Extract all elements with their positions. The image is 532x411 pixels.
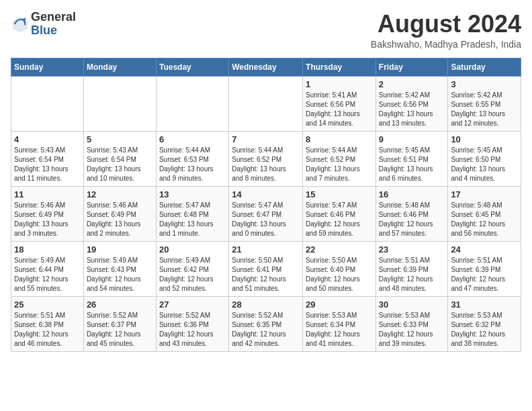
day-detail: Sunrise: 5:52 AM Sunset: 6:35 PM Dayligh… bbox=[232, 311, 300, 349]
day-number: 9 bbox=[379, 134, 445, 144]
calendar-cell: 28Sunrise: 5:52 AM Sunset: 6:35 PM Dayli… bbox=[229, 296, 303, 351]
day-number: 4 bbox=[14, 134, 81, 144]
calendar-cell: 19Sunrise: 5:49 AM Sunset: 6:43 PM Dayli… bbox=[83, 241, 156, 296]
header-saturday: Saturday bbox=[448, 58, 521, 76]
header-tuesday: Tuesday bbox=[156, 58, 228, 76]
day-number: 10 bbox=[451, 134, 518, 144]
day-detail: Sunrise: 5:44 AM Sunset: 6:53 PM Dayligh… bbox=[159, 146, 226, 183]
calendar-cell: 8Sunrise: 5:44 AM Sunset: 6:52 PM Daylig… bbox=[303, 131, 376, 186]
calendar-header-row: SundayMondayTuesdayWednesdayThursdayFrid… bbox=[11, 58, 521, 76]
header-sunday: Sunday bbox=[11, 58, 84, 76]
page-header: General Blue August 2024 Bakshwaho, Madh… bbox=[11, 11, 521, 50]
day-detail: Sunrise: 5:46 AM Sunset: 6:49 PM Dayligh… bbox=[87, 201, 153, 238]
header-monday: Monday bbox=[83, 58, 156, 76]
day-detail: Sunrise: 5:43 AM Sunset: 6:54 PM Dayligh… bbox=[14, 146, 81, 183]
day-detail: Sunrise: 5:52 AM Sunset: 6:36 PM Dayligh… bbox=[159, 311, 226, 349]
calendar-cell: 3Sunrise: 5:42 AM Sunset: 6:55 PM Daylig… bbox=[448, 76, 521, 131]
day-number: 27 bbox=[159, 300, 226, 310]
calendar-cell: 11Sunrise: 5:46 AM Sunset: 6:49 PM Dayli… bbox=[11, 186, 84, 241]
day-number: 7 bbox=[232, 134, 300, 144]
calendar-cell bbox=[83, 76, 156, 131]
calendar-cell bbox=[229, 76, 303, 131]
day-number: 22 bbox=[306, 244, 373, 255]
day-number: 25 bbox=[14, 300, 81, 310]
calendar-week-2: 4Sunrise: 5:43 AM Sunset: 6:54 PM Daylig… bbox=[11, 131, 521, 186]
calendar-cell: 12Sunrise: 5:46 AM Sunset: 6:49 PM Dayli… bbox=[83, 186, 156, 241]
day-detail: Sunrise: 5:47 AM Sunset: 6:48 PM Dayligh… bbox=[159, 201, 226, 238]
calendar-cell: 22Sunrise: 5:50 AM Sunset: 6:40 PM Dayli… bbox=[303, 241, 376, 296]
day-number: 28 bbox=[232, 300, 300, 310]
calendar-cell: 9Sunrise: 5:45 AM Sunset: 6:51 PM Daylig… bbox=[375, 131, 448, 186]
calendar-week-5: 25Sunrise: 5:51 AM Sunset: 6:38 PM Dayli… bbox=[11, 296, 521, 351]
calendar-cell: 1Sunrise: 5:41 AM Sunset: 6:56 PM Daylig… bbox=[303, 76, 376, 131]
calendar-cell: 21Sunrise: 5:50 AM Sunset: 6:41 PM Dayli… bbox=[229, 241, 303, 296]
calendar-cell: 25Sunrise: 5:51 AM Sunset: 6:38 PM Dayli… bbox=[11, 296, 84, 351]
day-number: 13 bbox=[159, 189, 226, 199]
day-detail: Sunrise: 5:53 AM Sunset: 6:32 PM Dayligh… bbox=[451, 311, 518, 349]
calendar-cell: 30Sunrise: 5:53 AM Sunset: 6:33 PM Dayli… bbox=[375, 296, 448, 351]
calendar-cell: 31Sunrise: 5:53 AM Sunset: 6:32 PM Dayli… bbox=[448, 296, 521, 351]
day-number: 1 bbox=[306, 79, 373, 89]
title-block: August 2024 Bakshwaho, Madhya Pradesh, I… bbox=[371, 11, 521, 50]
subtitle: Bakshwaho, Madhya Pradesh, India bbox=[371, 39, 521, 50]
day-detail: Sunrise: 5:48 AM Sunset: 6:46 PM Dayligh… bbox=[379, 201, 445, 238]
day-detail: Sunrise: 5:47 AM Sunset: 6:47 PM Dayligh… bbox=[232, 201, 300, 238]
calendar-cell: 2Sunrise: 5:42 AM Sunset: 6:56 PM Daylig… bbox=[375, 76, 448, 131]
calendar-cell bbox=[156, 76, 228, 131]
day-number: 6 bbox=[159, 134, 226, 144]
day-number: 14 bbox=[232, 189, 300, 199]
logo-general: General bbox=[31, 11, 76, 24]
day-number: 12 bbox=[87, 189, 153, 199]
calendar-cell: 13Sunrise: 5:47 AM Sunset: 6:48 PM Dayli… bbox=[156, 186, 228, 241]
day-number: 20 bbox=[159, 244, 226, 255]
day-number: 5 bbox=[87, 134, 153, 144]
day-detail: Sunrise: 5:51 AM Sunset: 6:39 PM Dayligh… bbox=[379, 256, 445, 293]
calendar-cell: 17Sunrise: 5:48 AM Sunset: 6:45 PM Dayli… bbox=[448, 186, 521, 241]
day-detail: Sunrise: 5:42 AM Sunset: 6:56 PM Dayligh… bbox=[379, 91, 445, 128]
day-detail: Sunrise: 5:48 AM Sunset: 6:45 PM Dayligh… bbox=[451, 201, 518, 238]
day-number: 11 bbox=[14, 189, 81, 199]
logo-icon bbox=[11, 15, 30, 34]
day-detail: Sunrise: 5:49 AM Sunset: 6:44 PM Dayligh… bbox=[14, 256, 81, 293]
day-detail: Sunrise: 5:51 AM Sunset: 6:38 PM Dayligh… bbox=[14, 311, 81, 349]
calendar-cell: 6Sunrise: 5:44 AM Sunset: 6:53 PM Daylig… bbox=[156, 131, 228, 186]
day-detail: Sunrise: 5:44 AM Sunset: 6:52 PM Dayligh… bbox=[306, 146, 373, 183]
calendar-week-4: 18Sunrise: 5:49 AM Sunset: 6:44 PM Dayli… bbox=[11, 241, 521, 296]
calendar-cell: 26Sunrise: 5:52 AM Sunset: 6:37 PM Dayli… bbox=[83, 296, 156, 351]
calendar-cell: 24Sunrise: 5:51 AM Sunset: 6:39 PM Dayli… bbox=[448, 241, 521, 296]
day-detail: Sunrise: 5:53 AM Sunset: 6:34 PM Dayligh… bbox=[306, 311, 373, 349]
day-number: 2 bbox=[379, 79, 445, 89]
calendar-cell: 27Sunrise: 5:52 AM Sunset: 6:36 PM Dayli… bbox=[156, 296, 228, 351]
day-detail: Sunrise: 5:45 AM Sunset: 6:51 PM Dayligh… bbox=[379, 146, 445, 183]
day-detail: Sunrise: 5:49 AM Sunset: 6:43 PM Dayligh… bbox=[87, 256, 153, 293]
day-number: 15 bbox=[306, 189, 373, 199]
day-number: 16 bbox=[379, 189, 445, 199]
day-detail: Sunrise: 5:46 AM Sunset: 6:49 PM Dayligh… bbox=[14, 201, 81, 238]
header-wednesday: Wednesday bbox=[229, 58, 303, 76]
calendar-cell: 20Sunrise: 5:49 AM Sunset: 6:42 PM Dayli… bbox=[156, 241, 228, 296]
day-detail: Sunrise: 5:50 AM Sunset: 6:40 PM Dayligh… bbox=[306, 256, 373, 293]
calendar-week-3: 11Sunrise: 5:46 AM Sunset: 6:49 PM Dayli… bbox=[11, 186, 521, 241]
header-thursday: Thursday bbox=[303, 58, 376, 76]
calendar-cell: 7Sunrise: 5:44 AM Sunset: 6:52 PM Daylig… bbox=[229, 131, 303, 186]
calendar-cell: 16Sunrise: 5:48 AM Sunset: 6:46 PM Dayli… bbox=[375, 186, 448, 241]
logo: General Blue bbox=[11, 11, 76, 38]
day-number: 19 bbox=[87, 244, 153, 255]
day-detail: Sunrise: 5:45 AM Sunset: 6:50 PM Dayligh… bbox=[451, 146, 518, 183]
calendar-cell: 10Sunrise: 5:45 AM Sunset: 6:50 PM Dayli… bbox=[448, 131, 521, 186]
day-number: 24 bbox=[451, 244, 518, 255]
day-number: 21 bbox=[232, 244, 300, 255]
calendar-cell: 23Sunrise: 5:51 AM Sunset: 6:39 PM Dayli… bbox=[375, 241, 448, 296]
day-detail: Sunrise: 5:42 AM Sunset: 6:55 PM Dayligh… bbox=[451, 91, 518, 128]
day-detail: Sunrise: 5:53 AM Sunset: 6:33 PM Dayligh… bbox=[379, 311, 445, 349]
day-detail: Sunrise: 5:44 AM Sunset: 6:52 PM Dayligh… bbox=[232, 146, 300, 183]
calendar-cell: 29Sunrise: 5:53 AM Sunset: 6:34 PM Dayli… bbox=[303, 296, 376, 351]
calendar-table: SundayMondayTuesdayWednesdayThursdayFrid… bbox=[11, 58, 521, 352]
day-number: 30 bbox=[379, 300, 445, 310]
calendar-cell: 18Sunrise: 5:49 AM Sunset: 6:44 PM Dayli… bbox=[11, 241, 84, 296]
day-detail: Sunrise: 5:43 AM Sunset: 6:54 PM Dayligh… bbox=[87, 146, 153, 183]
day-detail: Sunrise: 5:47 AM Sunset: 6:46 PM Dayligh… bbox=[306, 201, 373, 238]
day-detail: Sunrise: 5:50 AM Sunset: 6:41 PM Dayligh… bbox=[232, 256, 300, 293]
day-number: 29 bbox=[306, 300, 373, 310]
header-friday: Friday bbox=[375, 58, 448, 76]
